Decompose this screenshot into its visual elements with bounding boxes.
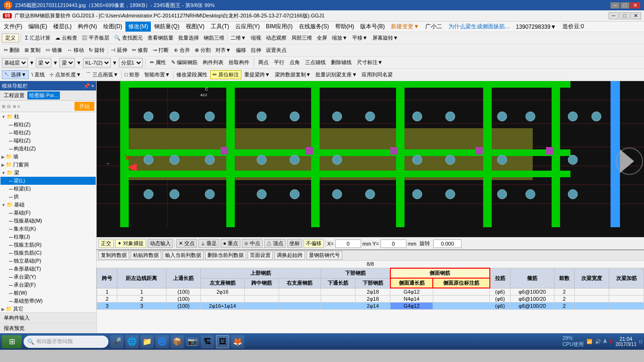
tree-item[interactable]: ─ 梁(L) — [0, 177, 96, 185]
single-comp-input[interactable]: 单构件输入 — [0, 313, 96, 323]
menu-edit[interactable]: 编辑(E) — [25, 22, 50, 32]
tb-view-steel[interactable]: 查看钢筋量 — [146, 34, 175, 42]
td-side-insitu-3[interactable] — [433, 303, 490, 310]
status-coord[interactable]: 坐标 — [287, 239, 302, 248]
tb-set-grip[interactable]: 设置夹点 — [264, 46, 289, 54]
tb-offset[interactable]: 偏移 — [234, 46, 248, 54]
layer-select[interactable]: 基础层 — [2, 58, 28, 67]
tb-batch-id-support[interactable]: 批量识别梁支座▼ — [314, 71, 359, 79]
taskbar-search[interactable]: 🔍 有问题尽管问我 — [24, 336, 108, 348]
tree-item[interactable]: ─ 独立基础(P) — [0, 257, 96, 265]
tb-select[interactable]: ↖ 选择▼ — [2, 70, 29, 79]
status-vertex[interactable]: △ 顶点 — [264, 239, 286, 248]
tree-item[interactable]: ─ 承台梁(Y) — [0, 273, 96, 281]
taskbar-icon-chrome[interactable]: 🌀 — [156, 335, 169, 348]
status-midpt[interactable]: ● 重点 — [221, 239, 240, 248]
tree-item[interactable]: ─ 拱 — [0, 193, 96, 201]
tb-parallel[interactable]: 平行 — [272, 58, 286, 66]
tb-define[interactable]: 定义 — [2, 33, 19, 42]
td-side-long-2[interactable]: N4φ14 — [390, 296, 433, 303]
btn-paste-span[interactable]: 粘贴跨数据 — [131, 251, 161, 260]
tree-item[interactable]: ─ 集水坑(K) — [0, 225, 96, 233]
btn-show-steel-code[interactable]: 显钢筋钢代号 — [306, 251, 342, 260]
table-row[interactable]: 2 2 (100) 2φ18 N4φ14 (φ6) φ6@100/20 — [97, 296, 644, 303]
menu-steel-qty[interactable]: 钢筋量(Q) — [151, 22, 182, 32]
menu-file[interactable]: 文件(F) — [1, 22, 25, 32]
tree-item[interactable]: ▼ 📁 基础 — [0, 201, 96, 209]
tb-copy[interactable]: ⊞ 复制 — [23, 46, 42, 54]
sub-draw-input[interactable]: 绘图输 Poi... — [27, 91, 60, 99]
app-minimize[interactable]: ─ — [609, 12, 619, 19]
btn-page-set[interactable]: 页面设置 — [248, 251, 273, 260]
menu-component[interactable]: 构件(N) — [75, 22, 100, 32]
tb-pt-len[interactable]: ⊹ 点加长度▼ — [48, 71, 83, 79]
menu-draw[interactable]: 绘图(D) — [100, 22, 125, 32]
left-panel-pin[interactable]: 📌 × — [83, 83, 94, 89]
tb-edit-steel[interactable]: ✎ 编辑钢筋 — [169, 58, 199, 66]
menu-tools[interactable]: 工具(T) — [208, 22, 232, 32]
status-perpend[interactable]: ⊥ 垂足 — [198, 239, 219, 248]
tb-3pt-aux[interactable]: 三点辅线 — [303, 58, 328, 66]
tb-rotate[interactable]: 屏幕旋转▼ — [371, 34, 400, 42]
btn-del-col[interactable]: 删除当前列数据 — [205, 251, 246, 260]
menu-phone[interactable]: 13907298339▼ — [513, 23, 559, 31]
tb-extend[interactable]: ⊣ 延伸 — [109, 46, 129, 54]
tb-smart-layout[interactable]: 智能布置▼ — [142, 71, 172, 79]
menu-guang2[interactable]: 广小二 — [422, 22, 445, 32]
tree-item[interactable]: ─ 条形基础(T) — [0, 265, 96, 273]
taskbar-icon-store[interactable]: 📦 — [171, 335, 184, 348]
tb-stretch[interactable]: 拉伸 — [249, 46, 263, 54]
btn-copy-span[interactable]: 复制跨数据 — [99, 251, 129, 260]
taskbar-icon-edge[interactable]: 🌐 — [125, 335, 139, 348]
tree-item[interactable]: ─ 筏板基础(M) — [0, 217, 96, 225]
tb-align[interactable]: 对齐▼ — [214, 46, 233, 54]
tb-property[interactable]: ✏ 属性 — [148, 58, 168, 66]
tb-find[interactable]: 🔍 查找图元 — [112, 34, 145, 42]
tb-re-extract[interactable]: 重提梁跨▼ — [242, 71, 272, 79]
menu-cloud[interactable]: 云应用(Y) — [232, 22, 263, 32]
tree-item[interactable]: ▶ 📁 门窗洞 — [0, 161, 96, 169]
tree-item[interactable]: ▼ 📁 柱 — [0, 113, 96, 121]
type-select[interactable]: 梁 — [36, 58, 51, 67]
tb-split[interactable]: ⊗ 分割 — [193, 46, 213, 54]
td-side-insitu-2[interactable] — [433, 296, 490, 303]
tb-break[interactable]: ⊸ 打断 — [151, 46, 171, 54]
tb-dim[interactable]: 尺寸标注▼ — [355, 58, 385, 66]
menu-view[interactable]: 视图(V) — [183, 22, 207, 32]
sublayer-select[interactable]: 分层1 — [119, 58, 143, 67]
tb-pick-comp[interactable]: 拾取构件 — [227, 58, 251, 66]
tb-rect[interactable]: □ 矩形 — [123, 71, 141, 79]
tb-pan[interactable]: 平移▼ — [350, 34, 370, 42]
tree-item[interactable]: ▶ 📁 其它 — [0, 305, 96, 313]
data-table-wrap[interactable]: 跨号 距左边线距离 上通长筋 上部钢筋 下部钢筋 侧面钢筋 拉筋 箍筋 鼓数 次… — [97, 268, 644, 333]
tb-cloud-check[interactable]: ☁ 云检查 — [53, 34, 79, 42]
name-select[interactable]: 梁 — [59, 58, 75, 67]
tree-item[interactable]: ─ 柱墩(J) — [0, 233, 96, 241]
taskbar-icon-fox[interactable]: 🦊 — [231, 335, 244, 348]
tree-item[interactable]: ─ 筏板主筋(R) — [0, 241, 96, 249]
menu-help[interactable]: 帮助(H) — [332, 22, 357, 32]
menu-why[interactable]: 为什么梁生成侧面纵筋... — [446, 22, 512, 32]
menu-version[interactable]: 版本号(B) — [357, 22, 388, 32]
td-side-insitu-1[interactable] — [433, 288, 490, 296]
report-preview[interactable]: 报表预览 — [0, 323, 96, 333]
tree-item[interactable]: ─ 基础(F) — [0, 209, 96, 217]
tb-batch-select[interactable]: 批量选择 — [176, 34, 201, 42]
tb-del-aux[interactable]: 删除辅线 — [329, 58, 354, 66]
taskbar-icon-camera[interactable]: 📷 — [186, 337, 199, 346]
tree-item[interactable]: ▶ 📁 墙 — [0, 153, 96, 161]
tb-copy-span-data[interactable]: 梁跨数据复制▼ — [273, 71, 313, 79]
status-zhengjiao[interactable]: 正交 — [99, 239, 114, 248]
tree-item[interactable]: ─ 构造柱(Z) — [0, 145, 96, 153]
tb-zoom-view[interactable]: 缩视 — [249, 34, 263, 42]
tb-zoom[interactable]: 缩放▼ — [330, 34, 349, 42]
td-side-long-3[interactable]: G4φ12 — [390, 303, 433, 310]
sub-project-settings[interactable]: 工程设置 — [2, 91, 26, 99]
tb-dynamic-view[interactable]: 动态观察 — [264, 34, 289, 42]
tb-apply-same-name[interactable]: 应用到同名梁 — [360, 71, 395, 79]
tb-level-slab[interactable]: ▤ 平齐板层 — [80, 34, 111, 42]
menu-price[interactable]: 造价豆:0 — [560, 22, 587, 32]
tree-item[interactable]: ─ 承台梁(F) — [0, 281, 96, 289]
tb-merge[interactable]: ⊕ 合并 — [172, 46, 192, 54]
tb-local3d[interactable]: 局部三维 — [289, 34, 314, 42]
